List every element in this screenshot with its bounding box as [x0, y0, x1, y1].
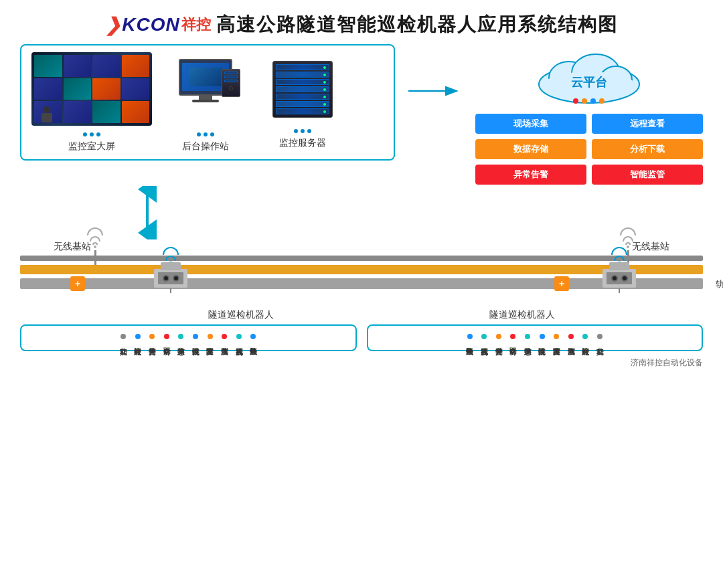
feat-noise-right: 噪声信息采集 — [521, 334, 534, 342]
brand-x-icon: ❯ — [105, 14, 120, 36]
feat-fire-left: 隧道火情监视 — [189, 334, 202, 342]
robot-feature-section: 其它功能 智能巡检方式 异常声光告警 双向语音对讲 噪声信息采集 隧道火情监视 — [0, 321, 723, 355]
cloud-btn-datastorage: 数据存储 — [475, 139, 586, 159]
cloud-btn-smartmonitor: 智能监管 — [592, 165, 703, 185]
feat-ir-left: 红外热成像预警 — [248, 334, 260, 342]
left-charge-box: + — [70, 276, 85, 291]
page-title: 高速公路隧道智能巡检机器人应用系统结构图 — [216, 12, 618, 37]
right-robot — [602, 245, 636, 293]
right-robot-box: 红外热成像预警 高清视频监视 异常声光告警 双向语音对讲 噪声信息采集 隧道火情… — [367, 324, 704, 351]
page-header: ❯ KCON 祥控 高速公路隧道智能巡检机器人应用系统结构图 — [0, 0, 723, 44]
brand-kcon-text: KCON — [122, 14, 179, 35]
server-item: 监控服务器 — [259, 56, 346, 149]
server-label: 监控服务器 — [279, 137, 326, 149]
feat-fire-right: 隧道火情监视 — [536, 334, 548, 342]
cloud-svg: 云平台 — [529, 47, 649, 108]
comm-line: 通讯平台 — [20, 256, 703, 261]
monitor-wall-image — [31, 52, 152, 126]
arrow-to-cloud — [408, 84, 462, 98]
left-robot-label: 隧道巡检机器人 — [208, 309, 274, 321]
base-station-right-label: 无线基站 — [632, 241, 669, 253]
footer-text: 济南祥控自动化设备 — [631, 358, 703, 367]
feat-other-right: 其它功能 — [594, 334, 606, 342]
feat-alarm-left: 异常声光告警 — [146, 334, 158, 342]
feat-other-left: 其它功能 — [117, 334, 129, 342]
cloud-platform: 云平台 现场采集 远程查看 数据存储 分析下载 异常告警 智能监管 — [475, 44, 703, 185]
svg-point-11 — [599, 98, 605, 104]
power-line: 供电系统 — [20, 265, 703, 274]
cloud-btn-alarm: 异常告警 — [475, 165, 586, 185]
feat-gas-right: 气体浓度监测 — [565, 334, 577, 342]
feat-video-right: 高清视频监视 — [478, 334, 490, 342]
cloud-btn-fieldcollect: 现场采集 — [475, 114, 586, 134]
workstation-label: 后台操作站 — [182, 140, 229, 153]
svg-point-10 — [590, 98, 596, 104]
svg-text:云平台: 云平台 — [571, 76, 607, 89]
cloud-buttons: 现场采集 远程查看 数据存储 分析下载 异常告警 智能监管 — [475, 114, 703, 185]
feat-intercom-right: 双向语音对讲 — [507, 334, 519, 342]
svg-point-8 — [573, 98, 578, 104]
track-line: 轨道 — [20, 278, 703, 289]
feat-smart-patrol-right: 智能巡检方式 — [580, 334, 592, 342]
right-charge-box: + — [554, 276, 569, 291]
track-label: 轨道 — [716, 278, 723, 290]
monitor-wall-label: 监控室大屏 — [68, 140, 115, 153]
feat-smart-patrol-left: 智能巡检方式 — [132, 334, 144, 342]
monitor-wall-item: 监控室大屏 — [31, 52, 152, 153]
svg-point-9 — [582, 98, 587, 104]
feat-alarm-right: 异常声光告警 — [493, 334, 505, 342]
cloud-btn-analysisdownload: 分析下载 — [592, 139, 703, 159]
footer: 济南祥控自动化设备 — [0, 355, 723, 371]
base-station-left-label: 无线基站 — [54, 241, 91, 253]
arrow-section — [0, 186, 723, 239]
robot-labels: 隧道巡检机器人 隧道巡检机器人 — [0, 309, 723, 321]
bidirectional-arrow — [131, 186, 164, 239]
brand-xk-text: 祥控 — [181, 15, 211, 35]
feat-intercom-left: 双向语音对讲 — [161, 334, 173, 342]
right-robot-label: 隧道巡检机器人 — [489, 309, 555, 321]
cloud-btn-remoteview: 远程查看 — [592, 114, 703, 134]
left-robot — [154, 245, 187, 293]
brand-logo: ❯ KCON 祥控 — [105, 14, 210, 36]
feat-noise-left: 噪声信息采集 — [175, 334, 187, 342]
control-room-box: 监控室大屏 — [20, 44, 395, 161]
feat-disaster-left: 隧道灾害监测 — [204, 334, 216, 342]
track-section: 无线基站 无线基站 通讯平台 — [20, 241, 703, 289]
left-robot-box: 其它功能 智能巡检方式 异常声光告警 双向语音对讲 噪声信息采集 隧道火情监视 — [20, 324, 357, 351]
feat-gas-left: 气体浓度监测 — [218, 334, 230, 342]
feat-ir-right: 红外热成像预警 — [464, 334, 476, 342]
workstation-item: 后台操作站 — [165, 59, 246, 153]
feat-disaster-right: 隧道灾害监测 — [550, 334, 562, 342]
feat-video-left: 高清视频监视 — [233, 334, 245, 342]
